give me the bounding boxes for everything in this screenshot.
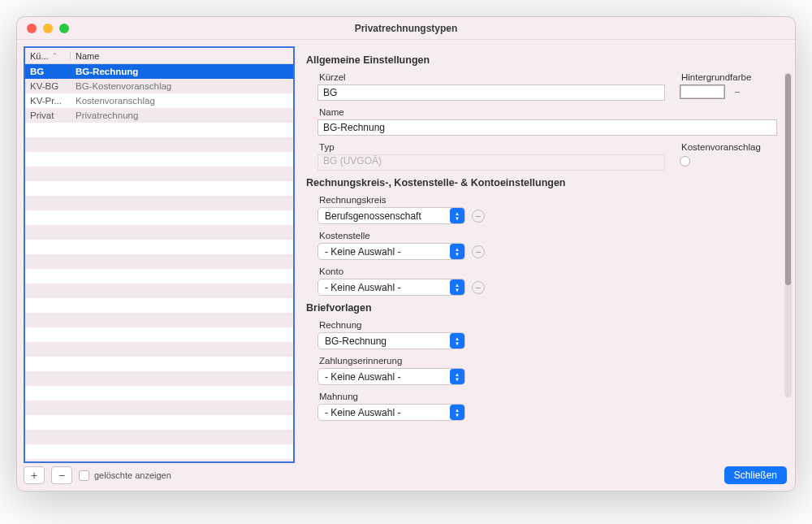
section-general-heading: Allgemeine Einstellungen: [306, 54, 777, 66]
rechnungskreis-clear-button[interactable]: −: [472, 210, 485, 223]
column-header-kurzel-label: Kü...: [30, 51, 49, 61]
select-arrows-icon: ▲▼: [450, 405, 464, 420]
kurzel-label: Kürzel: [317, 72, 665, 82]
konto-value: - Keine Auswahl -: [325, 282, 400, 293]
name-label: Name: [317, 107, 777, 117]
cell-name: Privatrechnung: [71, 110, 293, 120]
typ-label: Typ: [317, 142, 665, 152]
bgcolor-label: Hintergrundfarbe: [680, 72, 777, 82]
cell-kurzel: KV-Pr...: [25, 96, 71, 106]
radio-icon: [680, 156, 690, 167]
table-row[interactable]: [25, 167, 293, 181]
template-mahnung-value: - Keine Auswahl -: [325, 407, 400, 418]
table-row[interactable]: [25, 152, 293, 167]
select-arrows-icon: ▲▼: [450, 333, 464, 349]
rechnungskreis-select[interactable]: Berufsgenossenschaft ▲▼: [317, 207, 465, 224]
table-row[interactable]: [25, 225, 293, 240]
table-row[interactable]: [25, 210, 293, 225]
template-zahlungserinnerung-value: - Keine Auswahl -: [325, 371, 400, 383]
bgcolor-well[interactable]: [680, 84, 725, 99]
template-mahnung-select[interactable]: - Keine Auswahl - ▲▼: [317, 404, 465, 421]
table-row[interactable]: KV-BGBG-Kostenvoranschlag: [25, 79, 293, 93]
cell-kurzel: KV-BG: [25, 81, 71, 91]
column-header-name[interactable]: Name: [71, 51, 104, 61]
konto-select[interactable]: - Keine Auswahl - ▲▼: [317, 279, 465, 296]
vertical-scrollbar[interactable]: [784, 72, 792, 397]
table-row[interactable]: [25, 415, 293, 430]
types-table[interactable]: Kü... ⌃ Name BGBG-RechnungKV-BGBG-Kosten…: [24, 46, 295, 463]
table-row[interactable]: [25, 371, 293, 386]
bgcolor-clear-button[interactable]: −: [730, 84, 745, 99]
table-row[interactable]: [25, 269, 293, 284]
table-row[interactable]: [25, 342, 293, 357]
table-row[interactable]: [25, 444, 293, 459]
table-row[interactable]: [25, 123, 293, 137]
table-row[interactable]: KV-Pr...Kostenvoranschlag: [25, 93, 293, 108]
table-row[interactable]: [25, 313, 293, 327]
table-row[interactable]: [25, 459, 293, 461]
window: Privatrechnungstypen Kü... ⌃ Name BGBG-R…: [16, 16, 796, 492]
kostenstelle-select[interactable]: - Keine Auswahl - ▲▼: [317, 243, 465, 260]
cell-kurzel: Privat: [25, 110, 71, 120]
table-row[interactable]: PrivatPrivatrechnung: [25, 108, 293, 123]
typ-input: BG (UVGOÄ): [317, 154, 665, 171]
section-templates-heading: Briefvorlagen: [306, 302, 777, 314]
table-row[interactable]: [25, 298, 293, 313]
checkbox-icon: [79, 470, 89, 481]
name-input[interactable]: [317, 119, 777, 136]
column-header-name-label: Name: [76, 51, 99, 61]
table-row[interactable]: [25, 254, 293, 269]
sort-ascending-icon: ⌃: [52, 52, 58, 59]
table-row[interactable]: [25, 386, 293, 401]
titlebar: Privatrechnungstypen: [17, 17, 795, 40]
cell-kurzel: BG: [25, 67, 71, 76]
template-rechnung-select[interactable]: BG-Rechnung ▲▼: [317, 332, 465, 349]
window-title: Privatrechnungstypen: [17, 23, 795, 34]
show-deleted-label: gelöschte anzeigen: [94, 470, 171, 480]
select-arrows-icon: ▲▼: [450, 244, 464, 259]
table-row[interactable]: [25, 327, 293, 342]
kostenvoranschlag-radio[interactable]: [680, 154, 777, 167]
cell-name: BG-Rechnung: [71, 67, 293, 76]
kostenstelle-label: Kostenstelle: [317, 231, 777, 240]
template-rechnung-label: Rechnung: [317, 320, 777, 330]
table-row[interactable]: [25, 401, 293, 415]
template-zahlungserinnerung-label: Zahlungserinnerung: [317, 356, 777, 366]
table-row[interactable]: BGBG-Rechnung: [25, 64, 293, 79]
template-mahnung-label: Mahnung: [317, 392, 777, 401]
table-row[interactable]: [25, 284, 293, 298]
table-row[interactable]: [25, 430, 293, 444]
section-billing-heading: Rechnungskreis-, Kostenstelle- & Kontoei…: [306, 177, 777, 188]
cell-name: Kostenvoranschlag: [71, 96, 293, 106]
table-row[interactable]: [25, 240, 293, 254]
select-arrows-icon: ▲▼: [450, 369, 464, 384]
kostenvoranschlag-label: Kostenvoranschlag: [680, 142, 777, 152]
window-zoom-button[interactable]: [59, 24, 69, 33]
window-minimize-button[interactable]: [43, 24, 53, 33]
konto-label: Konto: [317, 266, 777, 276]
table-row[interactable]: [25, 137, 293, 152]
table-row[interactable]: [25, 357, 293, 371]
konto-clear-button[interactable]: −: [472, 281, 485, 294]
rechnungskreis-value: Berufsgenossenschaft: [325, 210, 421, 222]
rechnungskreis-label: Rechnungskreis: [317, 195, 777, 205]
close-button[interactable]: Schließen: [724, 466, 787, 484]
column-header-kurzel[interactable]: Kü... ⌃: [25, 51, 71, 61]
select-arrows-icon: ▲▼: [450, 279, 464, 295]
template-zahlungserinnerung-select[interactable]: - Keine Auswahl - ▲▼: [317, 368, 465, 385]
template-rechnung-value: BG-Rechnung: [325, 336, 387, 347]
remove-button[interactable]: −: [51, 466, 72, 484]
kurzel-input[interactable]: [317, 84, 665, 101]
show-deleted-checkbox[interactable]: gelöschte anzeigen: [79, 470, 171, 481]
kostenstelle-clear-button[interactable]: −: [472, 245, 485, 258]
table-row[interactable]: [25, 181, 293, 196]
select-arrows-icon: ▲▼: [450, 208, 464, 223]
cell-name: BG-Kostenvoranschlag: [71, 81, 293, 91]
kostenstelle-value: - Keine Auswahl -: [325, 246, 400, 258]
window-close-button[interactable]: [27, 24, 37, 33]
table-row[interactable]: [25, 196, 293, 210]
add-button[interactable]: +: [24, 466, 45, 484]
